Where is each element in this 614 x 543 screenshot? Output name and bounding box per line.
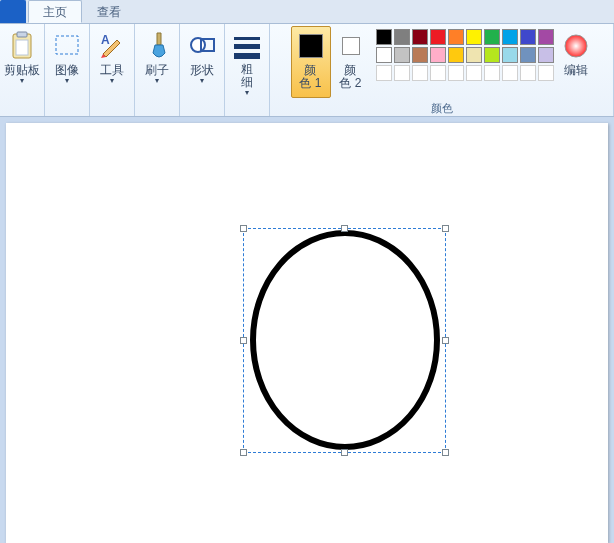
group-shapes: 形状 ▾: [180, 24, 225, 116]
color-swatch[interactable]: [376, 65, 392, 81]
dropdown-icon: ▾: [245, 89, 249, 97]
color-swatch[interactable]: [430, 65, 446, 81]
color1-preview: [295, 30, 327, 62]
color-palette: [371, 26, 559, 82]
group-label: [2, 100, 42, 116]
selection-rect[interactable]: [243, 228, 446, 453]
color-swatch[interactable]: [412, 29, 428, 45]
color1-button[interactable]: 颜 色 1: [291, 26, 331, 98]
color-swatch[interactable]: [448, 65, 464, 81]
dropdown-icon: ▾: [110, 77, 114, 85]
color-swatch[interactable]: [538, 29, 554, 45]
brush-icon: [141, 30, 173, 62]
handle-w[interactable]: [240, 337, 247, 344]
group-tools: A 工具 ▾: [90, 24, 135, 116]
color-swatch[interactable]: [484, 29, 500, 45]
dropdown-icon: ▾: [20, 77, 24, 85]
shapes-icon: [186, 30, 218, 62]
color-swatch[interactable]: [502, 29, 518, 45]
color2-label: 颜 色 2: [339, 64, 361, 90]
color-swatch[interactable]: [412, 65, 428, 81]
canvas[interactable]: [6, 123, 608, 543]
handle-sw[interactable]: [240, 449, 247, 456]
color-swatch[interactable]: [520, 29, 536, 45]
app-menu-tab[interactable]: [0, 0, 26, 23]
handle-e[interactable]: [442, 337, 449, 344]
ribbon: 剪贴板 ▾ 图像 ▾ A 工具 ▾: [0, 23, 614, 117]
handle-nw[interactable]: [240, 225, 247, 232]
thickness-icon: [231, 30, 263, 61]
color-swatch[interactable]: [394, 47, 410, 63]
svg-rect-8: [234, 44, 260, 49]
color2-preview: [335, 30, 367, 62]
dropdown-icon: ▾: [65, 77, 69, 85]
color-swatch[interactable]: [394, 65, 410, 81]
svg-rect-7: [234, 37, 260, 40]
handle-ne[interactable]: [442, 225, 449, 232]
dropdown-icon: ▾: [200, 77, 204, 85]
select-icon: [51, 30, 83, 62]
color-swatch[interactable]: [502, 65, 518, 81]
colors-group-label: 颜色: [272, 100, 611, 116]
color2-button[interactable]: 颜 色 2: [331, 26, 371, 98]
shapes-button[interactable]: 形状 ▾: [182, 26, 222, 98]
svg-point-10: [565, 35, 587, 57]
color-swatch[interactable]: [520, 65, 536, 81]
edit-colors-icon: [560, 30, 592, 62]
color-swatch[interactable]: [466, 29, 482, 45]
color-swatch[interactable]: [430, 47, 446, 63]
edit-colors-button[interactable]: 编辑: [559, 26, 593, 98]
color-swatch[interactable]: [484, 47, 500, 63]
color-swatch[interactable]: [484, 65, 500, 81]
clipboard-icon: [6, 30, 38, 62]
dropdown-icon: ▾: [155, 77, 159, 85]
brushes-button[interactable]: 刷子 ▾: [137, 26, 177, 98]
group-brushes: 刷子 ▾: [135, 24, 180, 116]
color-swatch[interactable]: [430, 29, 446, 45]
edit-colors-label: 编辑: [564, 64, 588, 77]
select-button[interactable]: 图像 ▾: [47, 26, 87, 98]
color-swatch[interactable]: [466, 47, 482, 63]
color-swatch[interactable]: [466, 65, 482, 81]
handle-s[interactable]: [341, 449, 348, 456]
handle-n[interactable]: [341, 225, 348, 232]
handle-se[interactable]: [442, 449, 449, 456]
color-swatch[interactable]: [538, 65, 554, 81]
thickness-label: 粗 细: [241, 63, 253, 89]
color-swatch[interactable]: [376, 29, 392, 45]
color-swatch[interactable]: [394, 29, 410, 45]
tab-bar: 主页 查看: [0, 0, 614, 23]
color-swatch[interactable]: [502, 47, 518, 63]
group-label: [137, 100, 177, 116]
svg-rect-1: [17, 32, 27, 37]
paste-button[interactable]: 剪贴板 ▾: [2, 26, 42, 98]
group-label: [92, 100, 132, 116]
color-swatch[interactable]: [448, 29, 464, 45]
color-swatch[interactable]: [376, 47, 392, 63]
color-swatch[interactable]: [520, 47, 536, 63]
group-label: [47, 100, 87, 116]
svg-rect-9: [234, 53, 260, 59]
svg-rect-2: [16, 40, 28, 55]
svg-rect-3: [56, 36, 78, 54]
svg-point-5: [191, 38, 205, 52]
tools-button[interactable]: A 工具 ▾: [92, 26, 132, 98]
tab-home[interactable]: 主页: [28, 0, 82, 23]
color1-label: 颜 色 1: [299, 64, 321, 90]
group-label: [227, 100, 267, 116]
group-colors: 颜 色 1 颜 色 2 编辑: [270, 24, 614, 116]
tab-view[interactable]: 查看: [82, 0, 136, 23]
canvas-area: [0, 117, 614, 543]
thickness-button[interactable]: 粗 细 ▾: [227, 26, 267, 98]
svg-text:A: A: [101, 33, 110, 47]
color-swatch[interactable]: [412, 47, 428, 63]
group-label: [182, 100, 222, 116]
color-swatch[interactable]: [538, 47, 554, 63]
group-image: 图像 ▾: [45, 24, 90, 116]
group-clipboard: 剪贴板 ▾: [0, 24, 45, 116]
group-thickness: 粗 细 ▾: [225, 24, 270, 116]
pencil-icon: A: [96, 30, 128, 62]
color-swatch[interactable]: [448, 47, 464, 63]
